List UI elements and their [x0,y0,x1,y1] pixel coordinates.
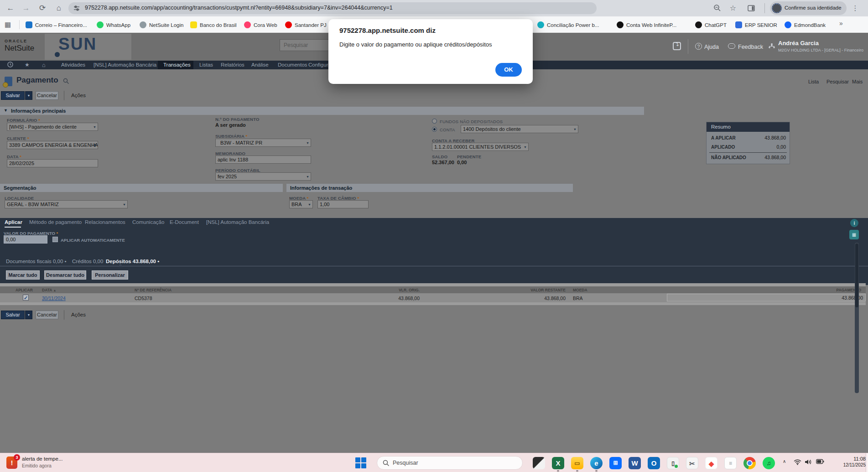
dialog-ok-button[interactable]: OK [495,63,522,77]
subtab-creditos[interactable]: Créditos 0,00 [72,259,103,264]
back-icon[interactable]: ← [5,2,16,14]
help-link[interactable]: Ajuda [704,44,719,50]
bookmark-netsuite-login[interactable]: NetSuite Login [140,21,183,29]
title-search-icon[interactable] [63,78,69,84]
aplicar-automaticamente-checkbox[interactable] [52,237,58,242]
snipping-tool-icon[interactable]: ✂ [686,457,698,469]
bookmark-infinitepay[interactable]: Conta Web InfiniteP... [617,21,676,29]
link-mais[interactable]: Mais [852,79,863,84]
save-dropdown-icon[interactable]: ▼ [25,91,32,100]
cancel-button[interactable]: Cancelar [36,91,58,100]
desmarcar-tudo-button[interactable]: Desmarcar tudo [44,270,86,280]
browser-menu-icon[interactable]: ⋮ [849,2,861,14]
personalizar-button[interactable]: Personalizar [92,270,128,280]
tab-aplicar[interactable]: Aplicar [5,219,22,225]
apps-grid-icon[interactable]: ▦ [5,21,11,29]
link-pesquisar[interactable]: Pesquisar [826,79,849,84]
bookmark-star-icon[interactable]: ☆ [727,2,739,14]
page-export-icon[interactable] [673,42,681,50]
taskbar-search[interactable]: Pesquisar [377,456,523,470]
address-bar[interactable]: 9752278.app.netsuite.com/app/accounting/… [68,2,597,14]
help-icon[interactable]: ? [695,43,702,50]
col-vlr-orig[interactable]: VLR. ORIG. [392,288,420,292]
nav-item-nsl-automacao[interactable]: [NSL] Automação Bancária [94,62,156,67]
taxa-cambio-input[interactable]: 1,00 [317,200,369,208]
ms-store-icon[interactable]: ⊞ [609,457,622,469]
battery-icon[interactable] [816,459,824,464]
user-name[interactable]: Andréa Garcia [778,40,819,47]
col-moeda[interactable]: MOEDA [573,288,587,292]
conta-select[interactable]: 1400 Depósitos do cliente▼ [461,125,578,133]
nav-item-listas[interactable]: Listas [199,62,213,67]
shortcuts-star-icon[interactable]: ★ [25,62,30,68]
conta-receber-select[interactable]: 1.1.2.01.00001 CLIENTES DIVERSOS▼ [432,143,529,151]
phone-link-icon[interactable]: ▯ [667,457,679,469]
nav-item-analise[interactable]: Análise [251,62,269,67]
marcar-tudo-button[interactable]: Marcar tudo [6,270,40,280]
col-referencia[interactable]: Nº DE REFERÊNCIA [135,288,172,292]
zoom-icon[interactable] [712,2,723,14]
outlook-icon[interactable]: O [648,457,660,469]
col-valor-restante[interactable]: VALOR RESTANTE [529,288,566,292]
tab-metodo-pagamento[interactable]: Método de pagamento [29,219,82,225]
tab-relacionamentos[interactable]: Relacionamentos [85,219,125,225]
volume-icon[interactable] [805,459,812,465]
feedback-icon[interactable]: ··· [728,43,735,49]
reload-icon[interactable]: ⟳ [36,2,48,14]
moeda-select[interactable]: BRA▼ [289,200,313,208]
save-dropdown-icon[interactable]: ▼ [25,311,32,319]
edge-icon[interactable]: e [590,457,603,469]
side-panel-icon[interactable] [745,2,757,14]
data-input[interactable]: 28/02/2025 [7,159,98,167]
nav-item-relatorios[interactable]: Relatórios [221,62,244,67]
cliente-select[interactable]: 3389 CAMPOS ENERGIA & ENGENHARIA L» [7,141,98,149]
site-info-icon[interactable] [73,5,80,12]
col-data[interactable]: DATA ▲ [42,288,56,292]
page-scrollbar[interactable] [855,243,859,393]
tray-chevron-icon[interactable]: ∧ [783,459,786,464]
excel-icon[interactable]: X [552,457,564,469]
link-lista[interactable]: Lista [808,79,819,84]
row-aplicar-checkbox[interactable]: ✓ [23,295,29,301]
file-explorer-icon[interactable]: ▭ [571,457,583,469]
nav-item-atividades[interactable]: Atividades [61,62,85,67]
tab-nsl-automacao-bancaria[interactable]: [NSL] Automação Bancária [206,219,269,225]
row-pagamento-input[interactable]: 43.868,00 [667,294,866,301]
forward-icon[interactable]: → [20,2,32,14]
bookmark-whatsapp[interactable]: WhatsApp [97,21,130,29]
taskbar-clock[interactable]: 11:08 12/11/2025 [827,456,866,467]
notepad-icon[interactable]: ≡ [724,457,737,469]
bookmark-cora-web[interactable]: Cora Web [244,21,277,29]
nav-item-documentos[interactable]: Documentos [278,62,307,67]
bookmark-erp-senior[interactable]: ERP SENIOR [735,21,777,29]
wifi-icon[interactable] [794,459,801,465]
actions-menu-bottom[interactable]: Ações [71,312,86,317]
recent-records-icon[interactable] [7,62,13,67]
conta-radio[interactable] [432,127,437,132]
nav-home-icon[interactable]: ⌂ [42,62,46,68]
bookmark-conciliacao[interactable]: Conciliação Power b... [537,21,599,29]
bookmark-chatgpt[interactable]: ChatGPT [695,21,727,29]
subtab-depositos[interactable]: Depósitos 43.868,00 • [106,259,159,264]
spotify-icon[interactable]: ♫ [763,457,775,469]
chrome-icon[interactable] [743,457,756,469]
bookmark-santander[interactable]: Santander PJ [285,21,327,29]
task-view-icon[interactable] [533,457,545,469]
show-desktop-strip[interactable] [866,453,868,472]
notification-title[interactable]: alerta de tempe... [22,456,63,462]
row-data-link[interactable]: 30/11/2024 [42,296,66,301]
cancel-button-bottom[interactable]: Cancelar [36,311,58,319]
bookmark-correio[interactable]: Correio – Financeiro... [26,21,87,29]
save-button[interactable]: Salvar [1,91,25,100]
subtab-documentos-fiscais[interactable]: Documentos fiscais 0,00 • [6,259,67,264]
formulario-select[interactable]: [WHS] - Pagamento de cliente▼ [7,123,98,131]
info-circle-icon[interactable]: i [850,219,858,227]
anydesk-icon[interactable]: ◆ [705,457,717,469]
tab-comunicacao[interactable]: Comunicação [132,219,164,225]
start-button[interactable] [355,457,367,469]
periodo-contabil-select[interactable]: fev 2025▼ [215,172,311,181]
memorando-input[interactable]: aplic Inv 1188 [215,156,311,164]
home-icon[interactable]: ⌂ [53,2,65,14]
nav-item-transacoes[interactable]: Transações [158,61,193,69]
quick-panel-grid-icon[interactable]: ▦ [849,230,859,239]
